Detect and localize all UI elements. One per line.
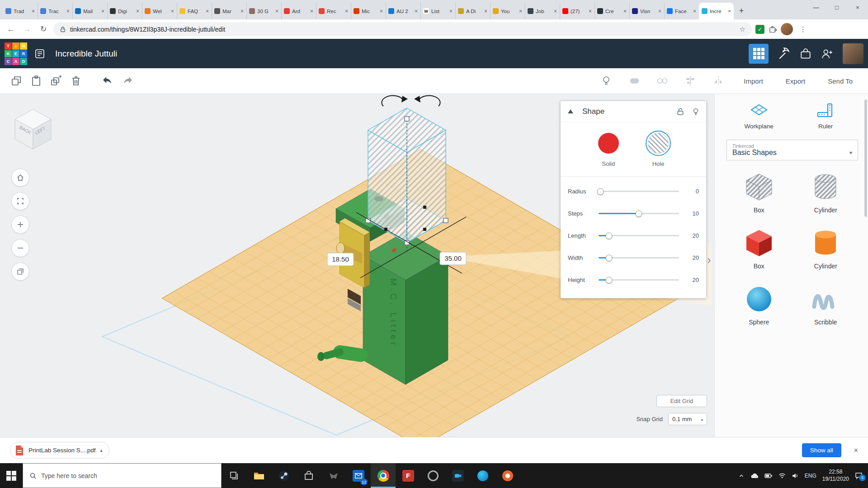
tab-close-icon[interactable]: × [449,8,453,14]
undo-icon[interactable] [98,71,118,91]
task-view-button[interactable] [222,463,246,488]
shelf-close-icon[interactable]: × [854,446,858,455]
rotate-arrows[interactable] [382,96,440,106]
browser-tab[interactable]: Visn × [629,3,664,19]
slider-track[interactable] [599,213,679,214]
tab-close-icon[interactable]: × [484,8,487,14]
edge-icon[interactable] [470,463,495,488]
bookmark-star-icon[interactable]: ☆ [740,25,745,33]
browser-tab[interactable]: Incre × [699,3,734,19]
tab-close-icon[interactable]: × [241,8,244,14]
slider-handle[interactable] [606,232,613,239]
send-to-button[interactable]: Send To [819,73,862,89]
paste-icon[interactable] [26,71,46,91]
hide-shape-lightbulb-icon[interactable] [692,108,700,116]
battery-icon[interactable] [764,473,773,479]
tab-close-icon[interactable]: × [136,8,139,14]
browser-tab[interactable]: Cre × [594,3,629,19]
browser-tab[interactable]: Mail × [72,3,107,19]
delete-icon[interactable] [66,71,86,91]
hole-striped-circle[interactable] [648,133,669,154]
hole-option[interactable]: Hole [648,133,669,167]
fit-view-button[interactable] [11,192,29,210]
tab-close-icon[interactable]: × [345,8,348,14]
dashboard-grid-button[interactable] [749,44,769,64]
window-close-button[interactable]: × [847,0,868,14]
browser-tab[interactable]: W List × [420,3,455,19]
browser-tab[interactable]: FAQ × [177,3,212,19]
shape-tile-hole-cylinder[interactable]: Cylinder [810,171,841,214]
gray-app-icon[interactable] [420,463,445,488]
panel-collapse-chevron-icon[interactable]: › [707,253,711,267]
start-button[interactable] [0,463,23,488]
volume-icon[interactable] [792,473,799,479]
download-item[interactable]: PrintLab Session S....pdf ▴ [10,442,109,459]
browser-tab[interactable]: Trad × [3,3,38,19]
solid-option[interactable]: Solid [598,133,619,167]
copy-icon[interactable] [6,71,26,91]
browser-tab[interactable]: AU 2 × [386,3,420,19]
portfolio-bag-icon[interactable] [799,47,812,60]
chrome-taskbar-icon[interactable] [371,463,396,488]
tinkercad-logo[interactable]: TINKERCAD [5,42,27,65]
browser-tab[interactable]: Face × [664,3,699,19]
file-explorer-icon[interactable] [246,463,271,488]
language-indicator[interactable]: ENG [805,473,816,479]
taskbar-search-input[interactable]: Type here to search [23,463,222,488]
browser-tab[interactable]: Trac × [38,3,72,19]
workplane-helper[interactable]: Workplane [726,100,793,132]
view-cube[interactable]: BACK LEFT [8,104,58,154]
url-bar[interactable]: tinkercad.com/things/8W1ZIl3p38J-incredi… [53,22,752,36]
game-app-icon[interactable] [321,463,346,488]
slider-handle[interactable] [606,277,613,283]
model-main-box[interactable] [363,231,448,385]
slider-track[interactable] [599,235,679,236]
tray-chevron-up-icon[interactable] [738,473,745,479]
tab-close-icon[interactable]: × [310,8,313,14]
action-center-button[interactable]: 5 [855,472,863,479]
wifi-icon[interactable] [778,473,786,479]
window-minimize-button[interactable]: — [806,0,826,14]
invite-person-icon[interactable] [821,47,834,60]
tab-close-icon[interactable]: × [380,8,383,14]
browser-tab[interactable]: Rec × [316,3,351,19]
browser-tab[interactable]: Mic × [351,3,386,19]
slider-track[interactable] [599,191,679,192]
user-avatar[interactable] [843,43,863,64]
browser-tab[interactable]: You × [490,3,525,19]
slider-track[interactable] [599,279,679,281]
tab-close-icon[interactable]: × [32,8,35,14]
browser-tab[interactable]: Ard × [281,3,316,19]
slider-handle[interactable] [606,254,613,261]
reload-icon[interactable]: ↻ [37,23,50,36]
tab-close-icon[interactable]: × [658,8,661,14]
duplicate-icon[interactable] [46,71,66,91]
browser-tab[interactable]: (27) × [560,3,594,19]
download-menu-caret-icon[interactable]: ▴ [100,448,103,453]
import-button[interactable]: Import [735,73,772,89]
new-tab-button[interactable]: + [736,5,747,17]
edit-grid-button[interactable]: Edit Grid [656,395,707,407]
browser-tab[interactable]: Wel × [142,3,177,19]
shape-tile-scribble[interactable]: Scribble [810,283,841,326]
tab-close-icon[interactable]: × [519,8,522,14]
shape-tile-red-box[interactable]: Box [743,227,775,270]
store-icon[interactable] [296,463,321,488]
camera-app-icon[interactable] [445,463,470,488]
tab-close-icon[interactable]: × [275,8,278,14]
scrollbar-thumb[interactable] [864,99,867,217]
slider-handle[interactable] [597,188,604,195]
window-maximize-button[interactable]: □ [826,0,847,14]
panel-scrollbar[interactable] [864,99,867,432]
tab-close-icon[interactable]: × [589,8,592,14]
tab-close-icon[interactable]: × [728,8,731,14]
ruler-helper[interactable]: Ruler [793,100,859,132]
tab-close-icon[interactable]: × [66,8,70,14]
design-properties-icon[interactable] [34,48,45,59]
tab-close-icon[interactable]: × [415,8,418,14]
show-all-lightbulb-icon[interactable] [594,71,618,91]
show-all-downloads-button[interactable]: Show all [802,443,841,457]
browser-tab[interactable]: A Di × [455,3,490,19]
collapse-inspector-button[interactable] [561,101,580,122]
tab-close-icon[interactable]: × [623,8,627,14]
